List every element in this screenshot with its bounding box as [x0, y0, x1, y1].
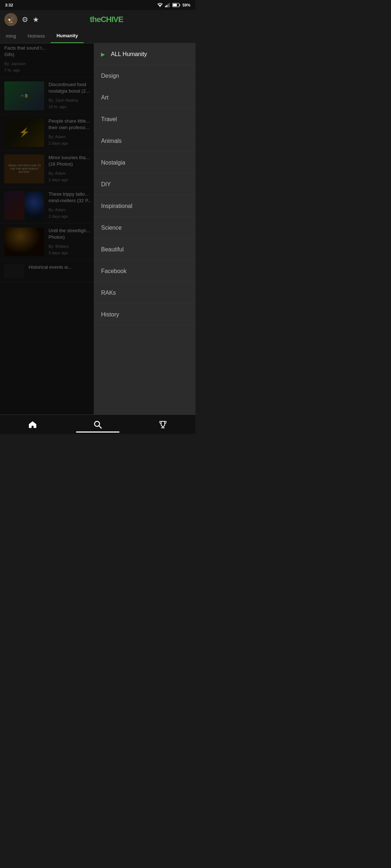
svg-rect-2 [166, 5, 167, 7]
status-bar: 3:32 59% [0, 0, 196, 10]
bottom-navigation [0, 414, 196, 434]
avatar[interactable]: 🦅 [4, 13, 17, 26]
status-time: 3:32 [5, 3, 13, 7]
svg-line-9 [99, 426, 101, 428]
menu-item-inspirational[interactable]: Inspirational [94, 195, 196, 217]
svg-rect-1 [165, 6, 166, 7]
svg-rect-7 [173, 4, 177, 7]
svg-rect-3 [168, 4, 169, 7]
tabs-bar: ming Hotness Humanity [0, 29, 196, 43]
menu-item-history[interactable]: History [94, 304, 196, 326]
category-dropdown-menu: ▶ ALL Humanity Design Art Travel Animals… [94, 43, 196, 414]
svg-rect-6 [179, 4, 180, 6]
logo-pre: the [90, 15, 101, 24]
svg-rect-4 [169, 3, 170, 7]
home-icon [28, 421, 37, 429]
home-indicator [76, 431, 119, 433]
battery-icon [172, 3, 180, 7]
star-icon[interactable]: ★ [33, 15, 39, 24]
header: 🦅 ⚙ ★ theCHIVE [0, 10, 196, 29]
menu-item-design[interactable]: Design [94, 65, 196, 87]
menu-item-travel[interactable]: Travel [94, 109, 196, 130]
menu-item-animals[interactable]: Animals [94, 130, 196, 152]
tab-humanity[interactable]: Humanity [51, 29, 84, 43]
wifi-icon [157, 3, 163, 7]
status-icons: 59% [157, 3, 190, 7]
active-arrow-icon: ▶ [101, 51, 105, 57]
menu-item-beautiful[interactable]: Beautiful [94, 239, 196, 260]
home-button[interactable] [0, 415, 65, 434]
menu-item-art[interactable]: Art [94, 87, 196, 109]
menu-item-raks[interactable]: RAKs [94, 282, 196, 304]
menu-item-all-humanity[interactable]: ▶ ALL Humanity [94, 43, 196, 65]
trophy-button[interactable] [130, 415, 196, 434]
menu-item-nostalgia[interactable]: Nostalgia [94, 152, 196, 174]
menu-item-science[interactable]: Science [94, 217, 196, 239]
search-icon [94, 421, 102, 429]
gear-icon[interactable]: ⚙ [22, 15, 28, 24]
tab-trending[interactable]: ming [0, 29, 22, 43]
signal-icon [165, 3, 170, 7]
tab-hotness[interactable]: Hotness [22, 29, 51, 43]
logo-post: HIVE [106, 15, 123, 24]
logo-highlight: C [101, 15, 106, 24]
menu-item-facebook[interactable]: Facebook [94, 260, 196, 282]
app-logo: theCHIVE [43, 15, 191, 24]
trophy-icon [159, 421, 167, 429]
content-area: Facts that sound t...Gifs) By: Jackson7 … [0, 43, 196, 414]
menu-item-diy[interactable]: DIY [94, 174, 196, 195]
svg-point-0 [160, 7, 160, 7]
battery-text: 59% [182, 3, 190, 7]
